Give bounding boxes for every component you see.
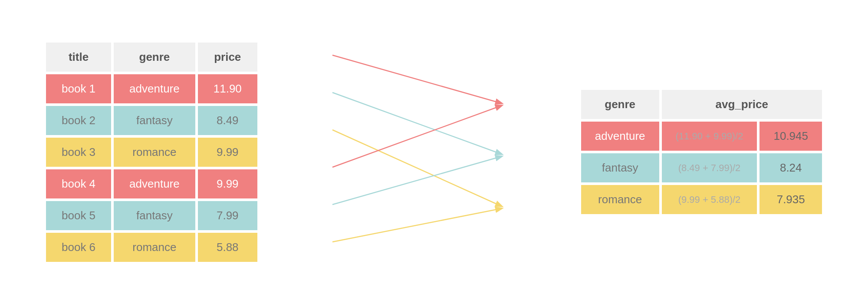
svg-line-0 bbox=[332, 55, 502, 103]
col-header-price: price bbox=[198, 43, 257, 72]
cell-title: book 1 bbox=[46, 74, 111, 103]
cell-price: 5.88 bbox=[198, 233, 257, 262]
right-cell-genre: romance bbox=[581, 185, 659, 214]
cell-genre: adventure bbox=[114, 169, 195, 198]
col-header-genre: genre bbox=[114, 43, 195, 72]
table-row: book 4 adventure 9.99 bbox=[46, 169, 257, 198]
table-row: book 1 adventure 11.90 bbox=[46, 74, 257, 103]
right-cell-formula: (11.90 + 9.99)/2 bbox=[662, 122, 757, 151]
cell-price: 8.49 bbox=[198, 106, 257, 135]
right-table: genre avg_price adventure (11.90 + 9.99)… bbox=[579, 87, 825, 217]
right-table-row: adventure (11.90 + 9.99)/2 10.945 bbox=[581, 122, 822, 151]
right-cell-genre: fantasy bbox=[581, 153, 659, 182]
arrow-area bbox=[260, 26, 579, 278]
cell-price: 9.99 bbox=[198, 169, 257, 198]
right-table-row: romance (9.99 + 5.88)/2 7.935 bbox=[581, 185, 822, 214]
table-row: book 5 fantasy 7.99 bbox=[46, 201, 257, 230]
left-table: title genre price book 1 adventure 11.90… bbox=[43, 40, 260, 264]
table-row: book 3 romance 9.99 bbox=[46, 138, 257, 167]
svg-line-3 bbox=[332, 106, 502, 167]
col-header-title: title bbox=[46, 43, 111, 72]
right-cell-value: 8.24 bbox=[760, 153, 822, 182]
svg-line-4 bbox=[332, 156, 502, 205]
cell-title: book 4 bbox=[46, 169, 111, 198]
cell-genre: romance bbox=[114, 233, 195, 262]
cell-price: 11.90 bbox=[198, 74, 257, 103]
right-cell-formula: (9.99 + 5.88)/2 bbox=[662, 185, 757, 214]
right-cell-formula: (8.49 + 7.99)/2 bbox=[662, 153, 757, 182]
groupby-arrows bbox=[328, 26, 510, 278]
right-col-header-avg-price: avg_price bbox=[662, 90, 822, 119]
cell-title: book 5 bbox=[46, 201, 111, 230]
right-cell-value: 7.935 bbox=[760, 185, 822, 214]
main-container: title genre price book 1 adventure 11.90… bbox=[43, 26, 825, 278]
right-col-header-genre: genre bbox=[581, 90, 659, 119]
cell-title: book 2 bbox=[46, 106, 111, 135]
cell-price: 9.99 bbox=[198, 138, 257, 167]
right-table-wrap: genre avg_price adventure (11.90 + 9.99)… bbox=[579, 87, 825, 217]
svg-line-5 bbox=[332, 208, 502, 242]
cell-genre: fantasy bbox=[114, 201, 195, 230]
right-table-row: fantasy (8.49 + 7.99)/2 8.24 bbox=[581, 153, 822, 182]
svg-line-1 bbox=[332, 93, 502, 154]
table-row: book 6 romance 5.88 bbox=[46, 233, 257, 262]
cell-genre: adventure bbox=[114, 74, 195, 103]
table-row: book 2 fantasy 8.49 bbox=[46, 106, 257, 135]
svg-line-2 bbox=[332, 130, 502, 206]
cell-genre: fantasy bbox=[114, 106, 195, 135]
right-cell-value: 10.945 bbox=[760, 122, 822, 151]
right-cell-genre: adventure bbox=[581, 122, 659, 151]
cell-title: book 3 bbox=[46, 138, 111, 167]
cell-genre: romance bbox=[114, 138, 195, 167]
left-table-wrap: title genre price book 1 adventure 11.90… bbox=[43, 40, 260, 264]
cell-price: 7.99 bbox=[198, 201, 257, 230]
cell-title: book 6 bbox=[46, 233, 111, 262]
